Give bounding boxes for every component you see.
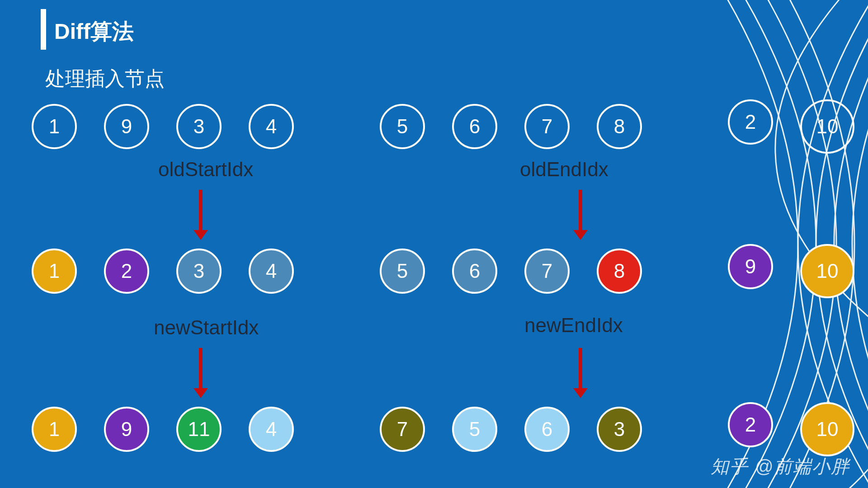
arrow-old-start (199, 190, 203, 233)
title-accent (41, 9, 46, 50)
bot-node-9: 10 (800, 402, 854, 456)
mid-node-6: 7 (524, 249, 570, 294)
page-title: Diff算法 (54, 17, 134, 46)
mid-node-4: 5 (380, 249, 425, 294)
bot-node-3: 4 (249, 407, 294, 452)
mid-node-7: 8 (597, 249, 642, 294)
top-node-8: 2 (728, 99, 773, 145)
top-node-5: 6 (452, 104, 497, 149)
subtitle: 处理插入节点 (45, 66, 165, 92)
title-bar: Diff算法 (41, 14, 134, 50)
arrow-old-end (579, 190, 582, 233)
arrow-new-end (579, 348, 582, 391)
label-old-start: oldStartIdx (158, 158, 253, 181)
top-node-6: 7 (524, 104, 570, 149)
bot-node-1: 9 (104, 407, 149, 452)
top-node-7: 8 (597, 104, 642, 149)
bot-node-6: 6 (524, 407, 570, 452)
mid-node-8: 9 (728, 244, 773, 289)
row-top: 1 9 3 4 5 6 7 8 2 10 (32, 99, 854, 154)
bot-node-4: 7 (380, 407, 425, 452)
mid-node-1: 2 (104, 249, 149, 294)
mid-node-9: 10 (800, 244, 854, 298)
top-node-9: 10 (800, 99, 854, 154)
watermark: 知乎 @前端小胖 (711, 454, 850, 479)
arrow-new-start (199, 348, 203, 391)
mid-node-3: 4 (249, 249, 294, 294)
bot-node-2: 11 (176, 407, 222, 452)
label-new-end: newEndIdx (524, 314, 623, 337)
watermark-text: 知乎 @前端小胖 (711, 454, 850, 479)
top-node-1: 9 (104, 104, 149, 149)
top-node-0: 1 (32, 104, 77, 149)
bot-node-0: 1 (32, 407, 77, 452)
mid-node-5: 6 (452, 249, 497, 294)
mid-node-0: 1 (32, 249, 77, 294)
mid-node-2: 3 (176, 249, 222, 294)
bot-node-7: 3 (597, 407, 642, 452)
label-new-start: newStartIdx (154, 316, 259, 339)
top-node-2: 3 (176, 104, 222, 149)
row-middle: 1 2 3 4 5 6 7 8 9 10 (32, 244, 854, 298)
top-node-3: 4 (249, 104, 294, 149)
row-bottom: 1 9 11 4 7 5 6 3 2 10 (32, 402, 854, 456)
bot-node-5: 5 (452, 407, 497, 452)
label-old-end: oldEndIdx (520, 158, 609, 181)
bot-node-8: 2 (728, 402, 773, 447)
top-node-4: 5 (380, 104, 425, 149)
